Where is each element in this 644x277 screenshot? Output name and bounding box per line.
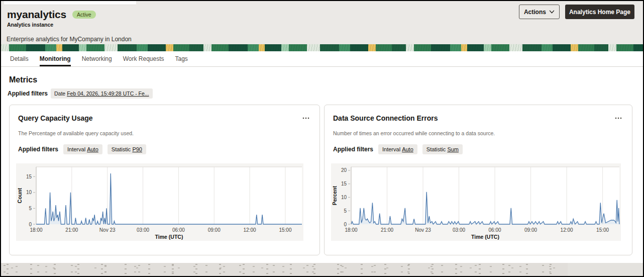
chart-card-query-capacity: Query Capacity Usage The Percentage of a…	[9, 105, 320, 255]
svg-text:Percent: Percent	[332, 186, 338, 205]
applied-filters-label: Applied filters	[18, 146, 58, 153]
svg-text:Time (UTC): Time (UTC)	[155, 234, 183, 240]
main-content: Metrics Applied filters Date Feb 04, 202…	[1, 67, 643, 263]
svg-text:09:00: 09:00	[524, 227, 537, 233]
interval-filter-chip[interactable]: Interval Auto	[378, 144, 417, 154]
chart-title: Data Source Connection Errors	[333, 114, 438, 122]
statistic-filter-chip[interactable]: Statistic P90	[108, 144, 146, 154]
svg-text:Nov 23: Nov 23	[415, 227, 431, 233]
instance-description: Enterprise analytics for MyCompany in Lo…	[7, 36, 132, 43]
svg-text:03:00: 03:00	[137, 227, 149, 233]
svg-text:0: 0	[344, 222, 347, 227]
desktop-strip	[1, 263, 643, 277]
applied-filters-label: Applied filters	[333, 146, 373, 153]
svg-text:15: 15	[341, 181, 347, 187]
svg-text:09:00: 09:00	[208, 227, 221, 233]
svg-text:15:00: 15:00	[596, 227, 609, 233]
svg-text:12:00: 12:00	[561, 227, 573, 233]
svg-text:12:00: 12:00	[244, 227, 256, 233]
ellipsis-menu-icon[interactable]	[302, 117, 309, 119]
chart-subtitle: Number of times an error occurred while …	[333, 130, 495, 136]
svg-text:Count: Count	[17, 188, 23, 203]
metrics-heading: Metrics	[9, 75, 37, 84]
svg-text:21:00: 21:00	[381, 227, 393, 233]
page-title: myanalytics	[7, 9, 66, 21]
svg-text:18:00: 18:00	[30, 227, 42, 233]
svg-text:0: 0	[29, 222, 32, 227]
chevron-down-icon	[549, 10, 555, 14]
desktop-strip-light	[568, 263, 643, 277]
svg-text:Nov 23: Nov 23	[99, 227, 116, 233]
svg-text:5: 5	[344, 208, 347, 214]
chart-subtitle: The Percentage of available query capaci…	[18, 130, 134, 136]
app-window: myanalytics Active Analytics instance En…	[0, 0, 644, 277]
tab-bar: Details Monitoring Networking Work Reque…	[1, 51, 643, 67]
tab-monitoring[interactable]: Monitoring	[40, 51, 71, 66]
svg-text:20: 20	[341, 167, 347, 173]
chart-card-connection-errors: Data Source Connection Errors Number of …	[324, 105, 632, 255]
tab-tags[interactable]: Tags	[175, 51, 188, 66]
applied-filters-label: Applied filters	[8, 90, 48, 97]
decorative-banner	[1, 44, 643, 51]
date-filter-chip[interactable]: Date Feb 04, 2026, 15:49:28 UTC - Fe...	[51, 88, 153, 99]
interval-filter-chip[interactable]: Interval Auto	[63, 144, 102, 154]
analytics-home-page-button[interactable]: Analytics Home Page	[565, 5, 634, 19]
statistic-filter-chip[interactable]: Statistic Sum	[422, 144, 463, 154]
svg-text:06:00: 06:00	[172, 227, 185, 233]
svg-text:21:00: 21:00	[65, 227, 78, 233]
svg-text:5: 5	[29, 206, 32, 211]
svg-text:18:00: 18:00	[345, 227, 357, 233]
svg-text:03:00: 03:00	[453, 227, 465, 233]
line-chart: 18:0021:00Nov 2303:0006:0009:0012:0015:0…	[331, 163, 621, 241]
svg-text:Time (UTC): Time (UTC)	[471, 234, 499, 240]
ellipsis-menu-icon[interactable]	[615, 117, 622, 119]
tab-networking[interactable]: Networking	[82, 51, 112, 66]
tab-work-requests[interactable]: Work Requests	[123, 51, 164, 66]
svg-text:15: 15	[26, 174, 32, 179]
instance-type-label: Analytics instance	[7, 22, 53, 28]
line-chart: 18:0021:00Nov 2303:0006:0009:0012:0015:0…	[16, 163, 303, 241]
top-sliver	[4, 1, 136, 5]
tab-details[interactable]: Details	[10, 51, 29, 66]
svg-text:10: 10	[341, 195, 347, 200]
svg-text:06:00: 06:00	[489, 227, 501, 233]
page-header: myanalytics Active Analytics instance En…	[1, 1, 643, 44]
actions-button[interactable]: Actions	[519, 5, 560, 19]
status-badge: Active	[72, 11, 96, 19]
svg-text:10: 10	[26, 190, 32, 195]
svg-text:15:00: 15:00	[279, 227, 291, 233]
chart-title: Query Capacity Usage	[18, 114, 93, 122]
